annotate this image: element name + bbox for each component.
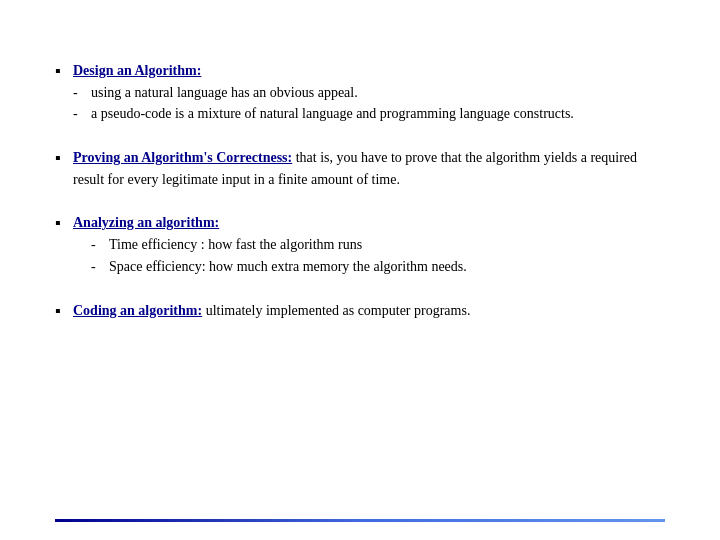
heading-coding-text: Coding an algorithm: xyxy=(73,303,202,318)
section-design: ▪ Design an Algorithm: - using a natural… xyxy=(55,60,665,125)
dash-2: - xyxy=(73,103,87,125)
slide-page: ▪ Design an Algorithm: - using a natural… xyxy=(0,0,720,540)
design-sub-2: - a pseudo-code is a mixture of natural … xyxy=(73,103,665,125)
heading-analyzing: Analyzing an algorithm: xyxy=(73,212,665,234)
design-sub-2-text: a pseudo-code is a mixture of natural la… xyxy=(91,103,574,125)
section-proving: ▪ Proving an Algorithm's Correctness: th… xyxy=(55,147,665,190)
coding-body: ultimately implemented as computer progr… xyxy=(202,303,470,318)
bottom-decorative-line xyxy=(55,519,665,522)
bullet-coding: ▪ xyxy=(55,300,73,322)
bullet-design: ▪ xyxy=(55,60,73,125)
heading-design: Design an Algorithm: xyxy=(73,60,665,82)
section-analyzing: ▪ Analyzing an algorithm: - Time efficie… xyxy=(55,212,665,277)
bullet-proving: ▪ xyxy=(55,147,73,190)
content-coding: Coding an algorithm: ultimately implemen… xyxy=(73,300,665,322)
analyzing-sub-2: - Space efficiency: how much extra memor… xyxy=(91,256,665,278)
bullet-analyzing: ▪ xyxy=(55,212,73,277)
heading-design-text: Design an Algorithm: xyxy=(73,63,201,78)
dash-3: - xyxy=(91,234,105,256)
dash-4: - xyxy=(91,256,105,278)
analyzing-sub-1-text: Time efficiency : how fast the algorithm… xyxy=(109,234,362,256)
analyzing-sub-2-text: Space efficiency: how much extra memory … xyxy=(109,256,467,278)
content-analyzing: Analyzing an algorithm: - Time efficienc… xyxy=(73,212,665,277)
heading-analyzing-text: Analyzing an algorithm: xyxy=(73,215,219,230)
analyzing-sub-1: - Time efficiency : how fast the algorit… xyxy=(91,234,665,256)
design-sub-1-text: using a natural language has an obvious … xyxy=(91,82,358,104)
section-coding: ▪ Coding an algorithm: ultimately implem… xyxy=(55,300,665,322)
heading-proving-text: Proving an Algorithm's Correctness: xyxy=(73,150,292,165)
content-design: Design an Algorithm: - using a natural l… xyxy=(73,60,665,125)
dash-1: - xyxy=(73,82,87,104)
design-sub-1: - using a natural language has an obviou… xyxy=(73,82,665,104)
analyzing-sub-items: - Time efficiency : how fast the algorit… xyxy=(73,234,665,277)
content-proving: Proving an Algorithm's Correctness: that… xyxy=(73,147,665,190)
